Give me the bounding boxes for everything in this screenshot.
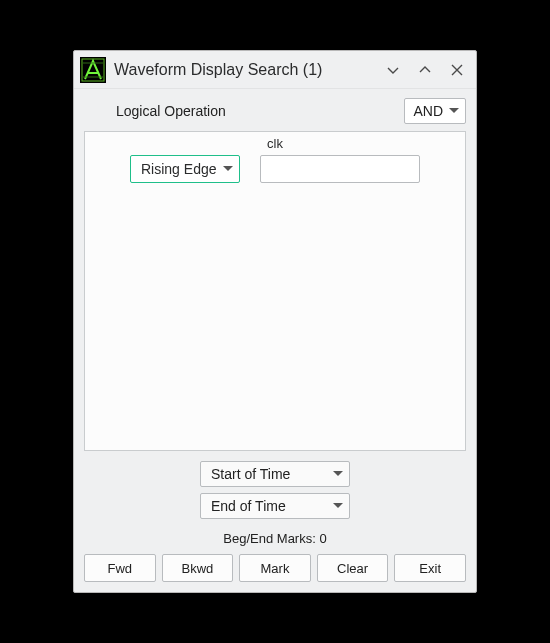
exit-button[interactable]: Exit [394,554,466,582]
mark-button-label: Mark [261,561,290,576]
window-title: Waveform Display Search (1) [112,61,374,79]
signal-row: Rising Edge [85,153,465,191]
maximize-button[interactable] [412,57,438,83]
mark-button[interactable]: Mark [239,554,311,582]
edge-type-value: Rising Edge [141,161,217,177]
fwd-button-label: Fwd [108,561,133,576]
logical-operation-row: Logical Operation AND [74,89,476,131]
time-range-area: Start of Time End of Time Beg/End Marks:… [74,451,476,554]
end-time-value: End of Time [211,498,286,514]
close-button[interactable] [444,57,470,83]
bkwd-button-label: Bkwd [181,561,213,576]
start-time-value: Start of Time [211,466,290,482]
chevron-down-icon [333,471,343,477]
chevron-down-icon [223,166,233,172]
marks-count-label: Beg/End Marks: 0 [223,525,326,554]
logical-operation-label: Logical Operation [84,103,404,119]
chevron-down-icon [333,503,343,509]
waveform-search-window: Waveform Display Search (1) Logical Oper… [73,50,477,593]
signal-panel: clk Rising Edge [84,131,466,451]
start-time-select[interactable]: Start of Time [200,461,350,487]
titlebar: Waveform Display Search (1) [74,51,476,89]
clear-button[interactable]: Clear [317,554,389,582]
content-area: Logical Operation AND clk Rising Edge [74,89,476,592]
bkwd-button[interactable]: Bkwd [162,554,234,582]
signal-name-label: clk [85,136,465,153]
exit-button-label: Exit [419,561,441,576]
clear-button-label: Clear [337,561,368,576]
logical-operation-select[interactable]: AND [404,98,466,124]
app-icon [80,57,106,83]
signal-value-input[interactable] [260,155,420,183]
edge-type-select[interactable]: Rising Edge [130,155,240,183]
chevron-down-icon [449,108,459,114]
end-time-select[interactable]: End of Time [200,493,350,519]
logical-operation-value: AND [413,103,443,119]
fwd-button[interactable]: Fwd [84,554,156,582]
button-row: Fwd Bkwd Mark Clear Exit [74,554,476,592]
minimize-button[interactable] [380,57,406,83]
